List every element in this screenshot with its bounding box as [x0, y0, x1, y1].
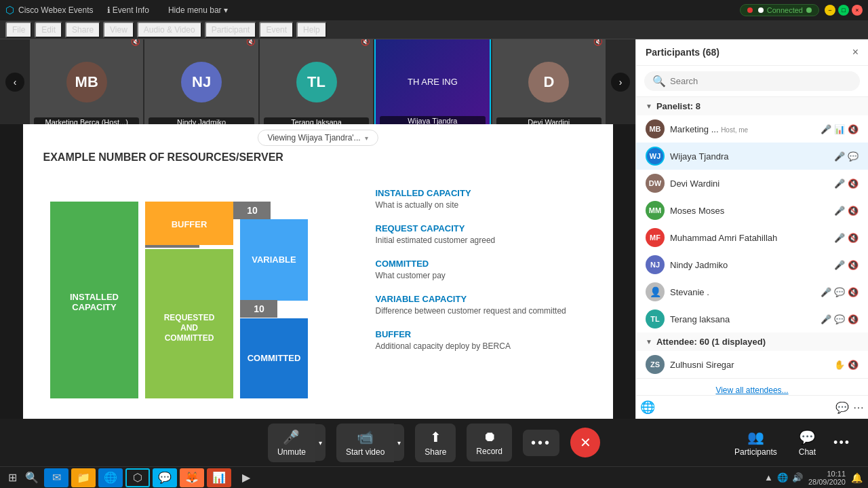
avatar-dw: DW — [646, 174, 665, 193]
participants-label: Participants — [734, 447, 777, 457]
mute-icon-nj: 🔇 — [246, 39, 256, 46]
taskbar-ppt-app[interactable]: 📊 — [207, 468, 231, 487]
speaker-prev-btn[interactable]: ‹ — [5, 73, 24, 92]
participant-row-tl: TL Terang laksana 🎤 💬 🔇 — [636, 305, 868, 333]
taskbar-left: ⊞ 🔍 ✉ 📁 🌐 ⬡ 💬 🦊 📊 ▶ — [5, 468, 258, 487]
video-chevron[interactable]: ▾ — [394, 424, 404, 461]
chat-icon-stevanie: 💬 — [834, 287, 845, 297]
taskbar-webex-app[interactable]: ⬡ — [125, 468, 150, 487]
panel-footer-icon-left[interactable]: 🌐 — [640, 400, 655, 415]
maximize-btn[interactable]: □ — [838, 5, 849, 16]
panel-close-btn[interactable]: × — [852, 46, 859, 58]
buffer-orange-label: BUFFER — [171, 219, 207, 229]
panel-header: Participants (68) × — [636, 39, 868, 66]
menu-file[interactable]: File — [5, 22, 32, 38]
menu-edit[interactable]: Edit — [35, 22, 62, 38]
menu-bar: File Edit Share View Audio & Video Parti… — [0, 20, 868, 39]
chat-icon: 💬 — [799, 429, 816, 445]
legend-committed: COMMITTED What customer pay — [376, 259, 593, 280]
view-all-link[interactable]: View all attendees... — [636, 378, 868, 395]
window-controls: − □ × — [825, 5, 863, 16]
chat-icon-wj: 💬 — [848, 151, 859, 162]
capacity-diagram-svg: INSTALLED CAPACITY REQUESTED AND COMMITT… — [43, 174, 342, 405]
close-btn[interactable]: × — [852, 5, 863, 16]
avatar-nj: NJ — [646, 255, 665, 274]
main-area: ‹ MB Marketing Berca (Host...) 🔇 NJ Nind… — [0, 39, 868, 419]
panelist-section-header[interactable]: ▼ Panelist: 8 — [636, 97, 868, 115]
avatar-wj: WJ — [646, 147, 665, 166]
record-label: Record — [476, 447, 502, 456]
unmute-chevron[interactable]: ▾ — [315, 424, 326, 461]
minimize-btn[interactable]: − — [825, 5, 835, 16]
speaker-next-btn[interactable]: › — [611, 73, 630, 92]
participant-row-wj: WJ Wijaya Tjandra 🎤 💬 — [636, 143, 868, 170]
mute-icon-mb: 🔇 — [131, 39, 140, 46]
app-logo: ⬡ Cisco Webex Events — [5, 4, 94, 16]
app-title: Cisco Webex Events — [18, 5, 94, 15]
menu-audio-video[interactable]: Audio & Video — [137, 22, 202, 38]
panelist-section-label: Panelist: 8 — [656, 101, 701, 111]
hide-menu-btn[interactable]: Hide menu bar ▾ — [163, 4, 233, 16]
date: 28/09/2020 — [808, 478, 846, 486]
share-btn[interactable]: ⬆ Share — [415, 424, 456, 462]
muted-icon-zs: 🔇 — [848, 360, 859, 370]
menu-participant[interactable]: Participant — [205, 22, 257, 38]
search-input[interactable] — [670, 76, 852, 86]
speaker-name-mb: Marketing Berca (Host...) — [34, 117, 139, 125]
icons-mf: 🎤 🔇 — [834, 233, 859, 243]
legend-buffer-label: BUFFER — [376, 329, 593, 339]
taskbar-skype-app[interactable]: 💬 — [153, 468, 177, 487]
unmute-btn[interactable]: 🎤 Unmute — [268, 424, 315, 462]
attendee-section-header[interactable]: ▼ Attendee: 60 (1 displayed) — [636, 333, 868, 351]
icons-mb: 🎤 📊 🔇 — [821, 124, 859, 134]
participant-row-nj: NJ Nindy Jadmiko 🎤 🔇 — [636, 251, 868, 278]
menu-share[interactable]: Share — [65, 22, 100, 38]
viewing-bar: Viewing Wijaya Tjandra'... ▾ — [257, 130, 378, 146]
menu-view[interactable]: View — [103, 22, 134, 38]
taskbar-app-extra[interactable]: ▶ — [234, 468, 258, 487]
panel-footer: 🌐 💬 ⋯ — [636, 395, 868, 419]
notification-icon: 🔔 — [851, 472, 863, 483]
legend-installed-label: INSTALLED CAPACITY — [376, 188, 593, 198]
search-input-wrap: 🔍 — [644, 71, 860, 91]
network-icon: 🌐 — [777, 472, 788, 483]
start-video-btn[interactable]: 📹 Start video — [336, 424, 394, 462]
arrow-up-icon: ▲ — [764, 472, 773, 483]
video-btn-group: 📹 Start video ▾ — [336, 424, 404, 462]
more-btn[interactable]: ••• — [523, 430, 559, 456]
chat-btn[interactable]: 💬 Chat — [791, 425, 824, 461]
muted-icon-nj: 🔇 — [848, 260, 859, 270]
legend-variable: VARIABLE CAPACITY Difference between cus… — [376, 294, 593, 316]
name-wj: Wijaya Tjandra — [670, 151, 829, 162]
slide-title: EXAMPLE NUMBER OF RESOURCES/SERVER — [43, 151, 593, 164]
speaker-avatar-nj: NJ — [181, 62, 222, 102]
attendee-section-label: Attendee: 60 (1 displayed) — [656, 337, 766, 347]
taskbar-firefox-app[interactable]: 🦊 — [180, 468, 204, 487]
event-info-icon: ℹ — [107, 5, 111, 15]
panel-chat-icon[interactable]: 💬 — [835, 401, 849, 414]
mic-icon-mf: 🎤 — [834, 233, 845, 243]
end-call-icon: ✕ — [580, 434, 591, 451]
menu-help[interactable]: Help — [296, 22, 327, 38]
search-taskbar-btn[interactable]: 🔍 — [22, 470, 41, 485]
panel-more-icon[interactable]: ⋯ — [853, 401, 864, 414]
taskbar: ⊞ 🔍 ✉ 📁 🌐 ⬡ 💬 🦊 📊 ▶ ▲ 🌐 🔊 10:11 28/09/20… — [0, 466, 868, 488]
taskbar-files-app[interactable]: 📁 — [71, 468, 96, 487]
icons-nj: 🎤 🔇 — [834, 260, 859, 270]
speaker-name-wj: Wijaya Tjandra — [380, 116, 485, 125]
menu-event[interactable]: Event — [259, 22, 294, 38]
record-btn[interactable]: ⏺ Record — [467, 424, 512, 462]
mic-icon-dw: 🎤 — [834, 179, 845, 189]
participant-row-mm: MM Moses Moses 🎤 🔇 — [636, 197, 868, 224]
participants-btn[interactable]: 👥 Participants — [726, 425, 785, 461]
taskbar-edge-app[interactable]: 🌐 — [98, 468, 123, 487]
installed-label-line1: INSTALLED — [70, 292, 119, 302]
speaker-tile-nj: NJ Nindy Jadmiko 🔇 — [144, 39, 258, 124]
participant-row-stevanie: 👤 Stevanie . 🎤 💬 🔇 — [636, 278, 868, 305]
event-info-btn[interactable]: ℹ Event Info — [102, 4, 155, 16]
taskbar-mail-app[interactable]: ✉ — [44, 468, 68, 487]
muted-icon-mm: 🔇 — [848, 206, 859, 216]
start-menu-btn[interactable]: ⊞ — [5, 470, 20, 485]
more-right-btn[interactable]: ••• — [829, 432, 854, 454]
end-call-btn[interactable]: ✕ — [570, 428, 600, 457]
